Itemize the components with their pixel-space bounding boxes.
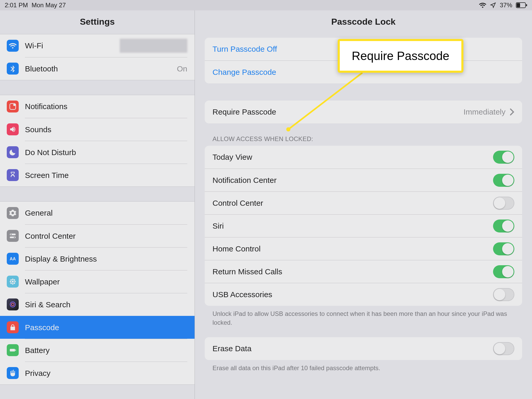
svg-text:AA: AA [10,256,16,261]
sidebar-item-bluetooth[interactable]: BluetoothOn [0,57,195,80]
battery-icon [516,2,527,8]
sidebar-title: Settings [0,10,195,34]
sidebar-item-privacy[interactable]: Privacy [0,362,195,384]
sounds-icon [7,123,19,135]
sidebar-item-wifi[interactable]: Wi-Fi [0,34,195,57]
sidebar-item-label: Screen Time [25,171,69,180]
svg-rect-1 [517,3,520,7]
gear-icon [7,207,19,219]
bluetooth-icon [7,63,19,75]
sidebar-item-label: Wallpaper [25,277,60,286]
sidebar-item-siri[interactable]: Siri & Search [0,293,195,316]
toggle-row-controlcenter: Control Center [205,191,522,214]
status-date: Mon May 27 [31,2,66,9]
status-time: 2:01 PM [5,2,28,9]
toggle-row-today: Today View [205,146,522,169]
svg-point-14 [14,281,16,282]
svg-rect-21 [10,349,15,351]
callout-require-passcode: Require Passcode [338,39,463,73]
status-bar: 2:01 PM Mon May 27 37% [0,0,532,10]
sidebar-item-label: Bluetooth [25,64,58,73]
require-passcode-row[interactable]: Require Passcode Immediately [205,101,522,123]
erase-footer-note: Erase all data on this iPad after 10 fai… [205,360,522,373]
sidebar-item-label: Privacy [25,369,50,378]
return-missed-calls-toggle[interactable] [493,265,514,278]
svg-point-13 [10,281,11,282]
toggle-row-home: Home Control [205,237,522,260]
usb-footer-note: Unlock iPad to allow USB accessories to … [205,306,522,327]
sidebar-item-screentime[interactable]: Screen Time [0,164,195,187]
sidebar-item-battery[interactable]: Battery [0,339,195,362]
siri-icon [7,298,19,310]
notification-center-toggle[interactable] [493,174,514,187]
erase-data-toggle[interactable] [493,342,514,355]
svg-point-17 [10,283,12,284]
battery-pct: 37% [500,2,512,9]
erase-data-row: Erase Data [205,337,522,360]
toggle-row-missed: Return Missed Calls [205,260,522,283]
sidebar-item-notifications[interactable]: Notifications [0,95,195,118]
sidebar-item-label: Control Center [25,232,76,241]
settings-sidebar: Settings Wi-Fi BluetoothOn Notifications [0,10,195,399]
sidebar-item-label: Sounds [25,125,51,134]
svg-point-19 [10,302,15,307]
flower-icon [7,276,19,288]
bluetooth-value: On [177,64,187,73]
require-passcode-label: Require Passcode [212,108,276,116]
wifi-network-redacted [120,39,187,53]
sidebar-item-passcode[interactable]: Passcode [0,316,195,339]
sidebar-item-label: General [25,209,53,217]
svg-point-10 [12,281,14,283]
battery-settings-icon [7,344,19,356]
chevron-right-icon [510,108,514,116]
notifications-icon [7,101,19,112]
svg-point-11 [12,279,14,280]
svg-rect-2 [526,4,527,6]
sidebar-item-general[interactable]: General [0,202,195,224]
svg-point-12 [12,283,14,285]
control-center-toggle[interactable] [493,197,514,210]
sidebar-item-label: Wi-Fi [25,41,43,50]
svg-point-4 [13,104,16,106]
hourglass-icon [7,169,19,181]
sidebar-item-sounds[interactable]: Sounds [0,118,195,141]
svg-point-16 [14,279,15,281]
sidebar-item-label: Siri & Search [25,300,70,309]
svg-point-8 [14,237,15,238]
sidebar-item-label: Battery [25,346,50,355]
svg-point-20 [11,303,14,306]
aa-icon: AA [7,253,19,265]
wifi-settings-icon [7,40,19,52]
toggle-row-usb: USB Accessories [205,283,522,306]
sidebar-item-controlcenter[interactable]: Control Center [0,224,195,247]
sidebar-item-label: Display & Brightness [25,255,97,263]
siri-toggle[interactable] [493,220,514,232]
allow-access-header: ALLOW ACCESS WHEN LOCKED: [205,123,522,146]
detail-title: Passcode Lock [195,10,532,34]
svg-point-7 [11,234,12,235]
today-view-toggle[interactable] [493,151,514,164]
sidebar-item-dnd[interactable]: Do Not Disturb [0,141,195,164]
sidebar-item-label: Do Not Disturb [25,148,76,157]
toggles-icon [7,230,19,242]
svg-point-18 [14,283,15,284]
sidebar-item-label: Notifications [25,102,67,111]
sidebar-item-display[interactable]: AA Display & Brightness [0,247,195,270]
wifi-icon [479,2,486,8]
svg-point-15 [10,279,12,281]
svg-rect-22 [15,350,16,351]
hand-icon [7,367,19,379]
usb-accessories-toggle[interactable] [493,288,514,301]
toggle-row-notifcenter: Notification Center [205,169,522,191]
location-icon [490,2,496,8]
toggle-row-siri: Siri [205,214,522,237]
sidebar-item-wallpaper[interactable]: Wallpaper [0,270,195,293]
require-passcode-value: Immediately [463,108,506,116]
sidebar-item-label: Passcode [25,323,59,332]
home-control-toggle[interactable] [493,242,514,255]
moon-icon [7,146,19,158]
lock-icon [7,321,19,333]
